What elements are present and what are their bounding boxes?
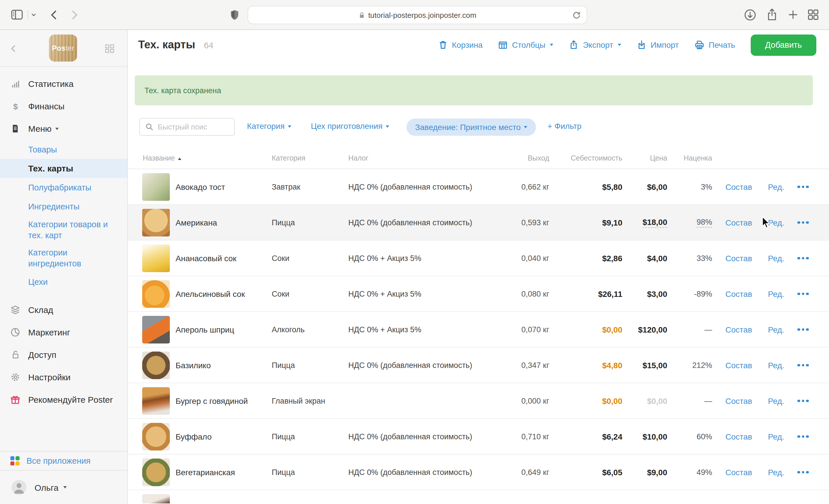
add-button[interactable]: Добавить bbox=[751, 34, 816, 55]
more-actions-icon[interactable] bbox=[797, 471, 808, 473]
composition-link[interactable]: Состав bbox=[725, 432, 752, 441]
export-button[interactable]: Экспорт bbox=[569, 40, 621, 50]
column-name[interactable]: Название bbox=[143, 154, 181, 162]
more-actions-icon[interactable] bbox=[797, 399, 808, 402]
new-tab-icon[interactable] bbox=[788, 9, 798, 20]
sidebar-item-категории-ингредиентов[interactable]: Категории ингредиентов bbox=[0, 244, 127, 272]
dish-markup[interactable]: — bbox=[705, 396, 712, 405]
column-category[interactable]: Категория bbox=[272, 154, 305, 162]
dish-price[interactable]: $6,00 bbox=[647, 182, 667, 191]
dish-markup[interactable]: 33% bbox=[696, 254, 712, 262]
tab-overview-icon[interactable] bbox=[807, 9, 819, 21]
column-price[interactable]: Цена bbox=[650, 154, 667, 162]
add-filter-link[interactable]: + Фильтр bbox=[547, 121, 581, 130]
table-row: Бургер с говядинойГлавный экран0,000 кг$… bbox=[128, 383, 829, 419]
composition-link[interactable]: Состав bbox=[725, 218, 752, 227]
edit-link[interactable]: Ред. bbox=[768, 360, 784, 370]
sidebar-item-финансы[interactable]: $Финансы bbox=[0, 95, 127, 117]
quick-search[interactable] bbox=[139, 118, 235, 136]
more-actions-icon[interactable] bbox=[797, 435, 808, 438]
sidebar-item-настройки[interactable]: Настройки bbox=[0, 366, 127, 388]
composition-link[interactable]: Состав bbox=[725, 360, 752, 370]
dish-markup[interactable]: 3% bbox=[701, 182, 712, 191]
dish-markup[interactable]: 212% bbox=[692, 361, 712, 370]
edit-link[interactable]: Ред. bbox=[768, 396, 784, 405]
sidebar-item-ингредиенты[interactable]: Ингредиенты bbox=[0, 197, 127, 216]
downloads-icon[interactable] bbox=[744, 9, 756, 21]
more-actions-icon[interactable] bbox=[797, 328, 808, 331]
apps-grid-icon[interactable] bbox=[104, 44, 115, 56]
reload-icon[interactable] bbox=[572, 10, 581, 23]
trash-button[interactable]: Корзина bbox=[438, 40, 483, 50]
back-button-icon[interactable] bbox=[48, 9, 60, 21]
chevron-down-icon[interactable] bbox=[31, 11, 37, 18]
more-actions-icon[interactable] bbox=[797, 257, 808, 260]
composition-link[interactable]: Состав bbox=[725, 182, 752, 191]
pie-chart-icon bbox=[10, 327, 20, 337]
sidebar-item-рекомендуйте-poster[interactable]: Рекомендуйте Poster bbox=[0, 388, 127, 411]
search-input[interactable] bbox=[158, 122, 226, 131]
edit-link[interactable]: Ред. bbox=[768, 218, 784, 227]
venue-filter-pill[interactable]: Заведение: Приятное место bbox=[406, 119, 536, 136]
edit-link[interactable]: Ред. bbox=[768, 182, 784, 191]
sidebar-item-категории-товаров-и-тех-карт[interactable]: Категории товаров и тех. карт bbox=[0, 216, 127, 244]
privacy-shield-icon[interactable] bbox=[230, 9, 240, 21]
address-bar[interactable]: tutorial-posterpos.joinposter.com bbox=[248, 6, 587, 24]
dish-price[interactable]: $9,00 bbox=[647, 467, 667, 477]
composition-link[interactable]: Состав bbox=[725, 396, 752, 405]
column-cost[interactable]: Себестоимость bbox=[571, 154, 622, 162]
column-markup[interactable]: Наценка bbox=[684, 154, 712, 162]
dish-price[interactable]: $3,00 bbox=[647, 289, 667, 298]
trash-label: Корзина bbox=[452, 40, 483, 49]
edit-link[interactable]: Ред. bbox=[768, 254, 784, 263]
sidebar-item-цехи[interactable]: Цехи bbox=[0, 272, 127, 291]
sidebar-item-доступ[interactable]: Доступ bbox=[0, 344, 127, 366]
dish-price[interactable]: $10,00 bbox=[643, 432, 667, 441]
dish-markup[interactable]: — bbox=[705, 325, 712, 334]
dish-markup[interactable]: 98% bbox=[696, 218, 712, 227]
dish-price[interactable]: $18,00 bbox=[643, 217, 667, 228]
edit-link[interactable]: Ред. bbox=[768, 325, 784, 334]
workshop-filter[interactable]: Цех приготовления bbox=[311, 121, 390, 130]
composition-link[interactable]: Состав bbox=[725, 467, 752, 477]
more-actions-icon[interactable] bbox=[797, 293, 808, 295]
sidebar-item-маркетинг[interactable]: Маркетинг bbox=[0, 321, 127, 344]
import-button[interactable]: Импорт bbox=[637, 40, 679, 50]
dish-price[interactable]: $15,00 bbox=[643, 360, 667, 370]
share-icon[interactable] bbox=[766, 7, 778, 22]
forward-button-icon[interactable] bbox=[69, 9, 80, 21]
composition-link[interactable]: Состав bbox=[725, 254, 752, 263]
edit-link[interactable]: Ред. bbox=[768, 289, 784, 298]
sidebar-item-полуфабрикаты[interactable]: Полуфабрикаты bbox=[0, 178, 127, 197]
edit-link[interactable]: Ред. bbox=[768, 432, 784, 441]
poster-logo[interactable]: Poster bbox=[49, 35, 77, 62]
sidebar-item-статистика[interactable]: Статистика bbox=[0, 73, 127, 95]
all-apps-link[interactable]: Все приложения bbox=[0, 451, 127, 470]
dish-price[interactable]: $4,00 bbox=[647, 254, 667, 263]
sidebar-item-склад[interactable]: Склад bbox=[0, 299, 127, 321]
more-actions-icon[interactable] bbox=[797, 364, 808, 366]
user-menu[interactable]: Ольга bbox=[0, 470, 127, 504]
composition-link[interactable]: Состав bbox=[725, 289, 752, 298]
category-filter[interactable]: Категория bbox=[247, 121, 292, 130]
sidebar-item-label: Полуфабрикаты bbox=[28, 183, 91, 192]
more-actions-icon[interactable] bbox=[797, 186, 808, 188]
table-row: Апельсиновый сокСокиНДС 0% + Акциз 5%0,0… bbox=[128, 276, 829, 312]
composition-link[interactable]: Состав bbox=[725, 325, 752, 334]
dish-markup[interactable]: 49% bbox=[696, 468, 712, 476]
collapse-sidebar-icon[interactable] bbox=[9, 44, 18, 56]
column-tax[interactable]: Налог bbox=[348, 154, 368, 162]
sidebar-item-товары[interactable]: Товары bbox=[0, 140, 127, 159]
dish-markup[interactable]: 60% bbox=[696, 432, 712, 441]
column-output[interactable]: Выход bbox=[528, 154, 549, 162]
columns-button[interactable]: Столбцы bbox=[498, 40, 553, 50]
sidebar-item-тех-карты[interactable]: Тех. карты bbox=[0, 159, 127, 178]
edit-link[interactable]: Ред. bbox=[768, 467, 784, 477]
dish-markup[interactable]: -89% bbox=[694, 289, 712, 298]
sidebar-toggle-icon[interactable] bbox=[10, 8, 24, 21]
dish-price[interactable]: $120,00 bbox=[638, 325, 667, 334]
print-button[interactable]: Печать bbox=[694, 40, 735, 50]
dish-price[interactable]: $0,00 bbox=[647, 396, 667, 405]
more-actions-icon[interactable] bbox=[797, 221, 808, 224]
sidebar-item-меню[interactable]: Меню bbox=[0, 117, 127, 140]
